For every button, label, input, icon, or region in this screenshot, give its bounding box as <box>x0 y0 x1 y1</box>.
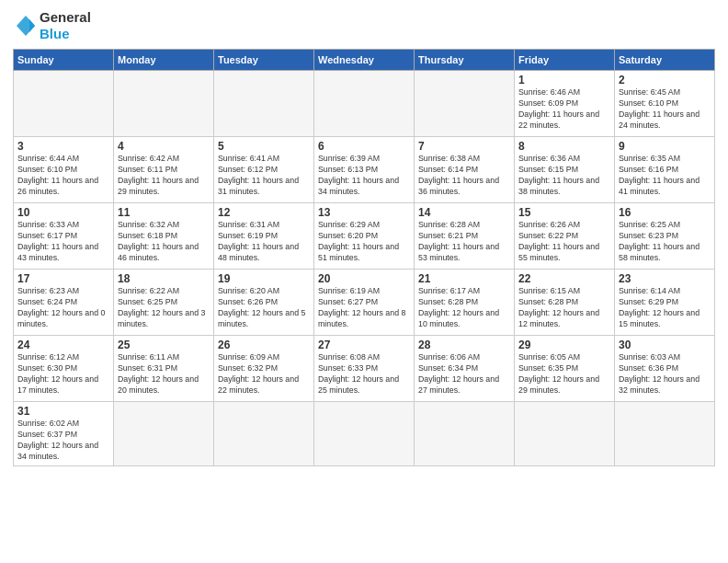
logo-general-text: General <box>40 9 91 25</box>
day-info: Sunrise: 6:44 AM Sunset: 6:10 PM Dayligh… <box>17 154 109 198</box>
calendar-cell <box>415 71 515 137</box>
day-number: 13 <box>318 206 410 219</box>
day-number: 19 <box>218 272 310 285</box>
day-info: Sunrise: 6:31 AM Sunset: 6:19 PM Dayligh… <box>218 220 310 264</box>
day-number: 22 <box>518 272 610 285</box>
day-info: Sunrise: 6:20 AM Sunset: 6:26 PM Dayligh… <box>218 286 310 330</box>
day-number: 29 <box>518 339 610 351</box>
calendar-cell: 12Sunrise: 6:31 AM Sunset: 6:19 PM Dayli… <box>214 203 314 270</box>
day-info: Sunrise: 6:15 AM Sunset: 6:28 PM Dayligh… <box>518 286 610 330</box>
week-row-1: 1Sunrise: 6:46 AM Sunset: 6:09 PM Daylig… <box>14 71 715 137</box>
header-friday: Friday <box>515 50 615 71</box>
day-number: 1 <box>518 74 610 86</box>
day-number: 9 <box>619 140 711 153</box>
calendar-cell: 24Sunrise: 6:12 AM Sunset: 6:30 PM Dayli… <box>14 336 114 402</box>
day-number: 4 <box>118 140 210 153</box>
day-info: Sunrise: 6:02 AM Sunset: 6:37 PM Dayligh… <box>17 419 109 463</box>
calendar-cell: 9Sunrise: 6:35 AM Sunset: 6:16 PM Daylig… <box>615 137 715 203</box>
day-number: 12 <box>218 206 310 219</box>
logo: General Blue <box>13 9 91 41</box>
day-number: 27 <box>318 339 410 351</box>
header-monday: Monday <box>114 50 214 71</box>
week-row-5: 24Sunrise: 6:12 AM Sunset: 6:30 PM Dayli… <box>14 336 715 402</box>
calendar-cell <box>515 402 615 466</box>
calendar-cell: 8Sunrise: 6:36 AM Sunset: 6:15 PM Daylig… <box>515 137 615 203</box>
calendar-cell: 11Sunrise: 6:32 AM Sunset: 6:18 PM Dayli… <box>114 203 214 270</box>
day-number: 20 <box>318 272 410 285</box>
calendar-cell <box>314 402 415 466</box>
week-row-6: 31Sunrise: 6:02 AM Sunset: 6:37 PM Dayli… <box>14 402 715 466</box>
day-info: Sunrise: 6:46 AM Sunset: 6:09 PM Dayligh… <box>518 87 610 132</box>
day-info: Sunrise: 6:19 AM Sunset: 6:27 PM Dayligh… <box>318 286 410 330</box>
day-number: 8 <box>518 140 610 153</box>
header: General Blue <box>13 9 715 41</box>
day-info: Sunrise: 6:11 AM Sunset: 6:31 PM Dayligh… <box>118 352 210 396</box>
calendar-cell: 5Sunrise: 6:41 AM Sunset: 6:12 PM Daylig… <box>214 137 314 203</box>
calendar-cell <box>615 402 715 466</box>
calendar-cell: 29Sunrise: 6:05 AM Sunset: 6:35 PM Dayli… <box>515 336 615 402</box>
day-info: Sunrise: 6:39 AM Sunset: 6:13 PM Dayligh… <box>318 154 410 198</box>
calendar-cell <box>314 71 415 137</box>
calendar-cell: 6Sunrise: 6:39 AM Sunset: 6:13 PM Daylig… <box>314 137 415 203</box>
calendar-cell: 14Sunrise: 6:28 AM Sunset: 6:21 PM Dayli… <box>415 203 515 270</box>
calendar-cell <box>214 402 314 466</box>
week-row-4: 17Sunrise: 6:23 AM Sunset: 6:24 PM Dayli… <box>14 270 715 336</box>
day-info: Sunrise: 6:36 AM Sunset: 6:15 PM Dayligh… <box>518 154 610 198</box>
calendar-cell <box>214 71 314 137</box>
day-info: Sunrise: 6:29 AM Sunset: 6:20 PM Dayligh… <box>318 220 410 264</box>
calendar-cell: 27Sunrise: 6:08 AM Sunset: 6:33 PM Dayli… <box>314 336 415 402</box>
calendar-cell: 28Sunrise: 6:06 AM Sunset: 6:34 PM Dayli… <box>415 336 515 402</box>
calendar-cell: 4Sunrise: 6:42 AM Sunset: 6:11 PM Daylig… <box>114 137 214 203</box>
calendar-cell: 3Sunrise: 6:44 AM Sunset: 6:10 PM Daylig… <box>14 137 114 203</box>
day-number: 28 <box>418 339 510 351</box>
header-wednesday: Wednesday <box>314 50 415 71</box>
day-info: Sunrise: 6:05 AM Sunset: 6:35 PM Dayligh… <box>518 352 610 396</box>
logo-text-block: General Blue <box>40 9 91 41</box>
calendar-cell: 16Sunrise: 6:25 AM Sunset: 6:23 PM Dayli… <box>615 203 715 270</box>
calendar-cell <box>415 402 515 466</box>
header-tuesday: Tuesday <box>214 50 314 71</box>
day-info: Sunrise: 6:41 AM Sunset: 6:12 PM Dayligh… <box>218 154 310 198</box>
day-number: 26 <box>218 339 310 351</box>
day-number: 16 <box>619 206 711 219</box>
day-info: Sunrise: 6:14 AM Sunset: 6:29 PM Dayligh… <box>619 286 711 330</box>
day-number: 24 <box>17 339 109 351</box>
day-number: 15 <box>518 206 610 219</box>
calendar-cell: 13Sunrise: 6:29 AM Sunset: 6:20 PM Dayli… <box>314 203 415 270</box>
day-number: 23 <box>619 272 711 285</box>
day-number: 25 <box>118 339 210 351</box>
logo-container: General Blue <box>13 9 91 41</box>
day-number: 30 <box>619 339 711 351</box>
calendar-cell: 21Sunrise: 6:17 AM Sunset: 6:28 PM Dayli… <box>415 270 515 336</box>
day-info: Sunrise: 6:32 AM Sunset: 6:18 PM Dayligh… <box>118 220 210 264</box>
day-info: Sunrise: 6:28 AM Sunset: 6:21 PM Dayligh… <box>418 220 510 264</box>
day-info: Sunrise: 6:38 AM Sunset: 6:14 PM Dayligh… <box>418 154 510 198</box>
day-number: 21 <box>418 272 510 285</box>
calendar-cell: 30Sunrise: 6:03 AM Sunset: 6:36 PM Dayli… <box>615 336 715 402</box>
day-number: 5 <box>218 140 310 153</box>
day-info: Sunrise: 6:35 AM Sunset: 6:16 PM Dayligh… <box>619 154 711 198</box>
calendar-cell: 18Sunrise: 6:22 AM Sunset: 6:25 PM Dayli… <box>114 270 214 336</box>
header-saturday: Saturday <box>615 50 715 71</box>
calendar-table: SundayMondayTuesdayWednesdayThursdayFrid… <box>13 49 715 466</box>
week-row-2: 3Sunrise: 6:44 AM Sunset: 6:10 PM Daylig… <box>14 137 715 203</box>
calendar-cell: 2Sunrise: 6:45 AM Sunset: 6:10 PM Daylig… <box>615 71 715 137</box>
svg-marker-1 <box>29 19 35 32</box>
day-number: 18 <box>118 272 210 285</box>
calendar-cell: 26Sunrise: 6:09 AM Sunset: 6:32 PM Dayli… <box>214 336 314 402</box>
calendar-cell <box>114 402 214 466</box>
day-number: 7 <box>418 140 510 153</box>
day-number: 31 <box>17 405 109 418</box>
day-info: Sunrise: 6:33 AM Sunset: 6:17 PM Dayligh… <box>17 220 109 264</box>
calendar-cell: 7Sunrise: 6:38 AM Sunset: 6:14 PM Daylig… <box>415 137 515 203</box>
day-info: Sunrise: 6:23 AM Sunset: 6:24 PM Dayligh… <box>17 286 109 330</box>
day-info: Sunrise: 6:25 AM Sunset: 6:23 PM Dayligh… <box>619 220 711 264</box>
week-row-3: 10Sunrise: 6:33 AM Sunset: 6:17 PM Dayli… <box>14 203 715 270</box>
day-number: 10 <box>17 206 109 219</box>
calendar-cell <box>114 71 214 137</box>
day-info: Sunrise: 6:22 AM Sunset: 6:25 PM Dayligh… <box>118 286 210 330</box>
calendar-cell: 17Sunrise: 6:23 AM Sunset: 6:24 PM Dayli… <box>14 270 114 336</box>
day-number: 11 <box>118 206 210 219</box>
calendar-cell: 19Sunrise: 6:20 AM Sunset: 6:26 PM Dayli… <box>214 270 314 336</box>
day-number: 14 <box>418 206 510 219</box>
